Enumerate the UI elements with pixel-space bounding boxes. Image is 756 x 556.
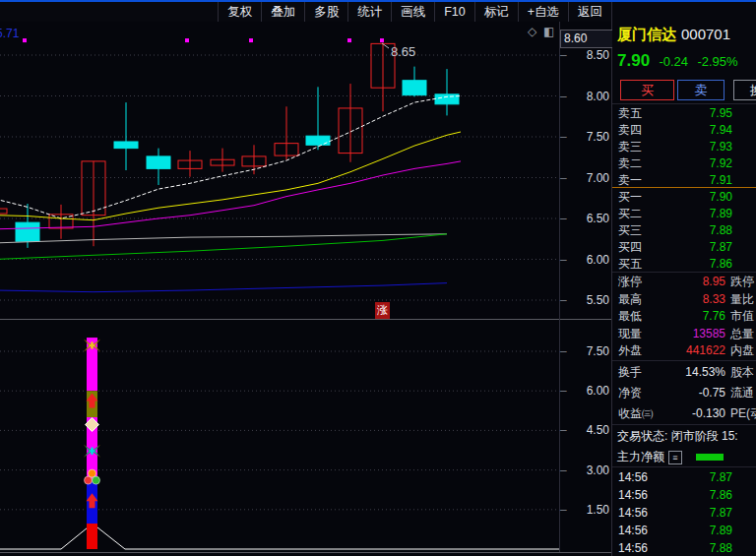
- bid-price: 7.86: [710, 256, 732, 273]
- toolbar-button-duogu[interactable]: 多股: [304, 2, 347, 22]
- stat-row: 收益㈢-0.130PE(动: [612, 403, 756, 424]
- stat-label: 最低: [618, 308, 660, 326]
- stat-label: 最高: [618, 291, 660, 309]
- sub-indicator-panel[interactable]: [0, 320, 559, 551]
- stock-name: 厦门信达: [617, 26, 676, 42]
- trade-status: 交易状态: 闭市阶段 15:: [617, 427, 738, 446]
- tick-time: 14:56: [618, 468, 648, 486]
- bid-label: 买一: [618, 189, 642, 206]
- panel-toggle-icon[interactable]: ◧: [543, 25, 554, 38]
- divider: [612, 360, 756, 361]
- stat-value: 441622: [660, 342, 725, 360]
- stat-row: 现量13585总量: [612, 326, 756, 343]
- ask-price: 7.92: [710, 155, 732, 172]
- stat-value: 13585: [660, 326, 725, 343]
- ask-label: 卖三: [618, 139, 642, 155]
- sell-button[interactable]: 卖: [677, 80, 724, 100]
- axis-tick: –6.00: [560, 384, 609, 398]
- toolbar-button-diejia[interactable]: 叠加: [261, 2, 304, 22]
- main-net-row: 主力净额≡: [617, 448, 724, 466]
- diamond-marker-icon[interactable]: ◇: [528, 25, 536, 38]
- bid-row: 买二7.89: [612, 206, 756, 222]
- toolbar: 复权 叠加 多股 统计 画线 F10 标记 +自选 返回: [0, 2, 612, 22]
- list-icon[interactable]: ≡: [668, 451, 682, 464]
- tick-time: 14:56: [618, 486, 648, 504]
- stat-label-2: 量比: [730, 291, 756, 309]
- axis-tick: –7.50: [560, 344, 609, 358]
- stat-row: 最低7.76市值: [612, 308, 756, 326]
- ma-blue-value-label: 5.71: [0, 27, 19, 40]
- quote-panel: 厦门信达000701 7.90 -0.24 -2.95% 买 卖 换 卖五7.9…: [612, 2, 756, 556]
- stat-row: 外盘441622内盘: [612, 342, 756, 360]
- tick-row: 14:567.86: [612, 486, 756, 504]
- bid-row: 买三7.88: [612, 222, 756, 239]
- stat-row: 换手14.53%股本: [612, 362, 756, 383]
- stock-code: 000701: [681, 26, 730, 42]
- bid-ask-divider: [612, 187, 756, 188]
- bid-row: 买四7.87: [612, 239, 756, 256]
- toolbar-button-fuquan[interactable]: 复权: [218, 2, 261, 22]
- stat-value: 8.33: [660, 291, 725, 309]
- ask-row: 卖二7.92: [612, 155, 756, 172]
- ask-label: 卖四: [618, 122, 642, 139]
- main-candlestick-chart[interactable]: 8.65: [0, 22, 559, 320]
- stat-label-2: 流通: [730, 383, 756, 403]
- stat-label: 涨停: [618, 274, 660, 291]
- bid-price: 7.87: [710, 239, 732, 256]
- axis-tick: –3.00: [560, 463, 609, 477]
- stat-label-2: 市值: [730, 308, 756, 326]
- ask-row: 卖五7.95: [612, 105, 756, 122]
- axis-tick: –8.00: [560, 90, 609, 103]
- stat-value: 7.76: [660, 308, 725, 326]
- bid-label: 买四: [618, 239, 642, 256]
- axis-tick: –8.50: [560, 48, 609, 62]
- tick-row: 14:567.87: [612, 468, 756, 486]
- stock-header: 厦门信达000701: [617, 26, 730, 44]
- axis-tick: –6.50: [560, 212, 609, 225]
- axis-tick: –5.50: [560, 293, 609, 307]
- axis-tick: –7.00: [560, 171, 609, 185]
- buy-button[interactable]: 买: [620, 80, 674, 100]
- main-net-bar: [696, 454, 724, 461]
- tick-price: 7.87: [710, 468, 732, 486]
- stat-row: 涨停8.95跌停: [612, 274, 756, 291]
- stat-value: -0.75: [669, 383, 725, 403]
- stat-value: 8.95: [660, 274, 725, 291]
- tick-time: 14:56: [618, 539, 648, 556]
- toolbar-button-huaxian[interactable]: 画线: [391, 2, 434, 22]
- stat-label: 换手: [618, 362, 669, 383]
- axis-tick: –6.00: [560, 253, 609, 267]
- ask-label: 卖五: [618, 105, 642, 122]
- tick-price: 7.87: [710, 504, 732, 522]
- stat-label-2: 股本: [730, 362, 756, 383]
- stat-row: 净资-0.75流通: [612, 383, 756, 403]
- last-price: 7.90: [617, 51, 650, 70]
- tick-price: 7.88: [710, 539, 732, 556]
- bid-price: 7.88: [710, 222, 732, 239]
- toolbar-button-tongji[interactable]: 统计: [347, 2, 391, 22]
- bid-label: 买五: [618, 256, 642, 273]
- switch-button[interactable]: 换: [733, 80, 756, 100]
- toolbar-button-zixuan[interactable]: +自选: [518, 2, 568, 22]
- stat-label: 现量: [618, 326, 660, 343]
- tick-row: 14:567.87: [612, 504, 756, 522]
- divider: [612, 103, 756, 104]
- stat-row: 最高8.33量比: [612, 291, 756, 309]
- ask-price: 7.95: [710, 105, 732, 122]
- toolbar-button-fanhui[interactable]: 返回: [568, 2, 611, 22]
- stat-value: -0.130: [669, 403, 725, 424]
- stat-label-2: PE(动: [730, 403, 756, 424]
- svg-text:8.65: 8.65: [391, 44, 415, 59]
- stats-block-2: 换手14.53%股本 净资-0.75流通 收益㈢-0.130PE(动: [612, 362, 756, 424]
- price-row: 7.90 -0.24 -2.95%: [617, 51, 738, 71]
- divider: [612, 272, 756, 273]
- stat-label: 收益㈢: [618, 403, 669, 424]
- price-change: -0.24: [659, 54, 688, 69]
- toolbar-button-f10[interactable]: F10: [434, 2, 474, 22]
- tick-list: 14:567.87 14:567.86 14:567.87 14:567.89 …: [612, 468, 756, 556]
- tick-price: 7.89: [710, 522, 732, 539]
- bid-row: 买一7.90: [612, 189, 756, 206]
- toolbar-button-biaoji[interactable]: 标记: [474, 2, 518, 22]
- axis-tick: –4.50: [560, 423, 609, 437]
- bid-queue: 买一7.90 买二7.89 买三7.88 买四7.87 买五7.86: [612, 189, 756, 273]
